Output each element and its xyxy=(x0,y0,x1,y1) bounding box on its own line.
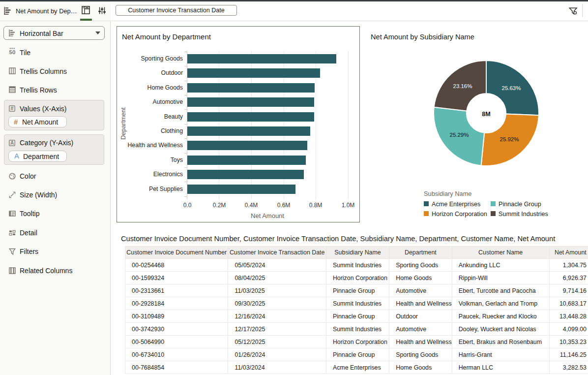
svg-text:#: # xyxy=(11,105,14,111)
svg-text:A: A xyxy=(10,140,14,146)
